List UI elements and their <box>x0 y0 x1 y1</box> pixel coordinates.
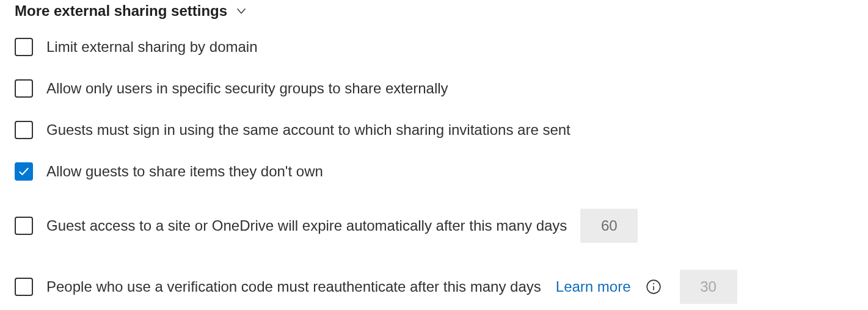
checkbox-verification-reauth[interactable] <box>15 278 33 296</box>
label-limit-by-domain: Limit external sharing by domain <box>46 38 258 56</box>
label-guests-share-not-own: Allow guests to share items they don't o… <box>46 163 323 181</box>
checkbox-guests-share-not-own[interactable] <box>15 162 33 181</box>
label-security-groups: Allow only users in specific security gr… <box>46 80 448 98</box>
checkbox-guest-expire[interactable] <box>15 217 33 235</box>
option-verification-reauth: People who use a verification code must … <box>15 270 853 304</box>
checkbox-security-groups[interactable] <box>15 79 33 98</box>
option-guests-share-not-own: Allow guests to share items they don't o… <box>15 161 853 182</box>
label-verification-reauth: People who use a verification code must … <box>46 278 541 296</box>
section-title: More external sharing settings <box>15 2 227 20</box>
svg-point-2 <box>652 283 654 284</box>
chevron-down-icon <box>235 4 248 18</box>
option-guests-same-account: Guests must sign in using the same accou… <box>15 120 853 140</box>
input-verification-reauth-days[interactable] <box>680 270 737 304</box>
checkbox-limit-by-domain[interactable] <box>15 38 33 56</box>
option-security-groups: Allow only users in specific security gr… <box>15 78 853 99</box>
info-icon[interactable] <box>646 279 662 295</box>
learn-more-link[interactable]: Learn more <box>556 278 631 295</box>
section-toggle-more-external-sharing[interactable]: More external sharing settings <box>15 2 853 20</box>
checkbox-guests-same-account[interactable] <box>15 121 33 139</box>
label-guest-expire: Guest access to a site or OneDrive will … <box>46 217 567 235</box>
input-guest-expire-days[interactable] <box>580 209 638 243</box>
label-guests-same-account: Guests must sign in using the same accou… <box>46 121 571 139</box>
option-limit-by-domain: Limit external sharing by domain <box>15 37 853 57</box>
spacer <box>15 203 853 209</box>
spacer <box>15 264 853 270</box>
option-guest-expire: Guest access to a site or OneDrive will … <box>15 209 853 243</box>
